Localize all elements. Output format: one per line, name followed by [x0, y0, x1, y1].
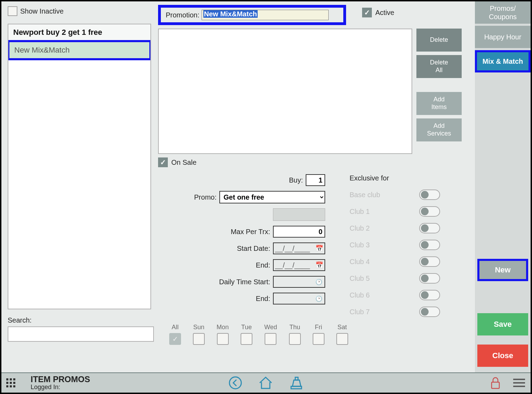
- tab-promos-coupons[interactable]: Promos/ Coupons: [475, 1, 531, 24]
- club-toggle[interactable]: [419, 240, 440, 250]
- on-sale-checkbox[interactable]: [158, 157, 168, 167]
- day-label: Thu: [289, 324, 300, 331]
- club-label: Club 7: [350, 308, 370, 316]
- end-date-input[interactable]: __/__/____📅: [273, 259, 325, 271]
- promo-label: Promo:: [194, 193, 217, 201]
- time-end-input[interactable]: 🕑: [273, 293, 325, 304]
- items-listbox[interactable]: [158, 29, 412, 154]
- club-toggle[interactable]: [419, 223, 440, 233]
- promotion-name-row: Promotion: New Mix&Match: [158, 5, 346, 25]
- exclusive-title: Exclusive for: [350, 174, 440, 182]
- start-date-label: Start Date:: [237, 245, 270, 253]
- register-icon[interactable]: [289, 376, 304, 390]
- tab-mix-match[interactable]: Mix & Match: [475, 50, 531, 72]
- show-inactive-label: Show Inactive: [20, 7, 64, 15]
- promo-select[interactable]: Get one free: [219, 191, 325, 203]
- tab-happy-hour[interactable]: Happy Hour: [475, 26, 531, 48]
- menu-icon[interactable]: [513, 379, 525, 387]
- club-toggle[interactable]: [419, 206, 440, 217]
- add-items-button[interactable]: Add Items: [416, 92, 462, 115]
- search-label: Search:: [8, 316, 151, 324]
- clock-icon[interactable]: 🕑: [315, 295, 322, 302]
- list-item[interactable]: Newport buy 2 get 1 free: [8, 24, 150, 41]
- club-label: Club 4: [350, 258, 370, 266]
- on-sale-label: On Sale: [171, 159, 196, 167]
- max-label: Max Per Trx:: [231, 228, 270, 236]
- show-inactive-checkbox[interactable]: [8, 6, 17, 16]
- time-end-label: End:: [256, 295, 270, 303]
- promotion-list: Newport buy 2 get 1 free New Mix&Match: [8, 24, 151, 309]
- club-toggle[interactable]: [419, 256, 440, 267]
- day-fri-checkbox[interactable]: [313, 333, 324, 345]
- max-per-trx-input[interactable]: [273, 226, 325, 238]
- list-item[interactable]: New Mix&Match: [8, 40, 151, 60]
- club-toggle[interactable]: [419, 307, 440, 317]
- page-title: ITEM PROMOS: [31, 375, 90, 384]
- day-tue-checkbox[interactable]: [241, 333, 252, 345]
- logged-in-label: Logged In:: [31, 384, 90, 391]
- day-label: Mon: [217, 324, 229, 331]
- promotion-label: Promotion:: [166, 11, 200, 19]
- footer-bar: ITEM PROMOS Logged In:: [1, 372, 531, 393]
- day-label: Fri: [315, 324, 322, 331]
- right-panel: Promos/ Coupons Happy Hour Mix & Match N…: [475, 1, 531, 372]
- apps-icon[interactable]: [6, 378, 17, 387]
- day-label: All: [172, 324, 179, 331]
- active-label: Active: [375, 9, 394, 17]
- search-input[interactable]: [8, 326, 154, 342]
- svg-rect-3: [492, 382, 499, 388]
- days-row: All Sun Mon Tue Wed Thu Fri Sat: [158, 324, 473, 345]
- new-button[interactable]: New: [477, 259, 528, 281]
- calendar-icon[interactable]: 📅: [315, 261, 323, 269]
- day-label: Wed: [264, 324, 277, 331]
- day-mon-checkbox[interactable]: [217, 333, 229, 345]
- day-all-checkbox[interactable]: [169, 333, 181, 345]
- active-checkbox[interactable]: [362, 8, 372, 17]
- club-label: Club 2: [350, 224, 370, 232]
- end-date-label: End:: [256, 261, 270, 269]
- svg-point-0: [229, 377, 241, 389]
- time-start-label: Daily Time Start:: [219, 278, 270, 286]
- back-icon[interactable]: [228, 376, 242, 390]
- save-button[interactable]: Save: [477, 313, 528, 335]
- day-thu-checkbox[interactable]: [289, 333, 301, 345]
- add-services-button[interactable]: Add Services: [416, 118, 462, 141]
- promotion-name-input[interactable]: New Mix&Match: [202, 10, 329, 20]
- buy-input[interactable]: [306, 174, 325, 186]
- day-label: Sat: [337, 324, 347, 331]
- clock-icon[interactable]: 🕑: [315, 279, 322, 285]
- disabled-field: [273, 208, 325, 221]
- day-label: Sun: [193, 324, 204, 331]
- day-sun-checkbox[interactable]: [193, 333, 205, 345]
- delete-button[interactable]: Delete: [416, 29, 462, 52]
- time-start-input[interactable]: 🕑: [273, 276, 325, 288]
- club-toggle[interactable]: [419, 273, 440, 284]
- day-label: Tue: [241, 324, 252, 331]
- club-label: Club 5: [350, 275, 370, 283]
- club-label: Club 1: [350, 208, 370, 216]
- svg-rect-2: [295, 377, 298, 380]
- club-toggle[interactable]: [419, 190, 440, 200]
- close-button[interactable]: Close: [477, 345, 528, 367]
- left-panel: Show Inactive Newport buy 2 get 1 free N…: [1, 1, 155, 372]
- center-panel: Promotion: New Mix&Match Active Delete D…: [155, 1, 475, 372]
- club-toggle[interactable]: [419, 290, 440, 300]
- club-label: Club 6: [350, 291, 370, 299]
- day-wed-checkbox[interactable]: [265, 333, 276, 345]
- day-sat-checkbox[interactable]: [336, 333, 348, 345]
- buy-label: Buy:: [289, 176, 303, 184]
- lock-icon[interactable]: [490, 377, 501, 389]
- calendar-icon[interactable]: 📅: [315, 245, 323, 252]
- club-label: Club 3: [350, 241, 370, 249]
- club-label: Base club: [350, 191, 380, 199]
- home-icon[interactable]: [258, 376, 273, 390]
- start-date-input[interactable]: __/__/____📅: [273, 242, 325, 254]
- delete-all-button[interactable]: Delete All: [416, 55, 462, 78]
